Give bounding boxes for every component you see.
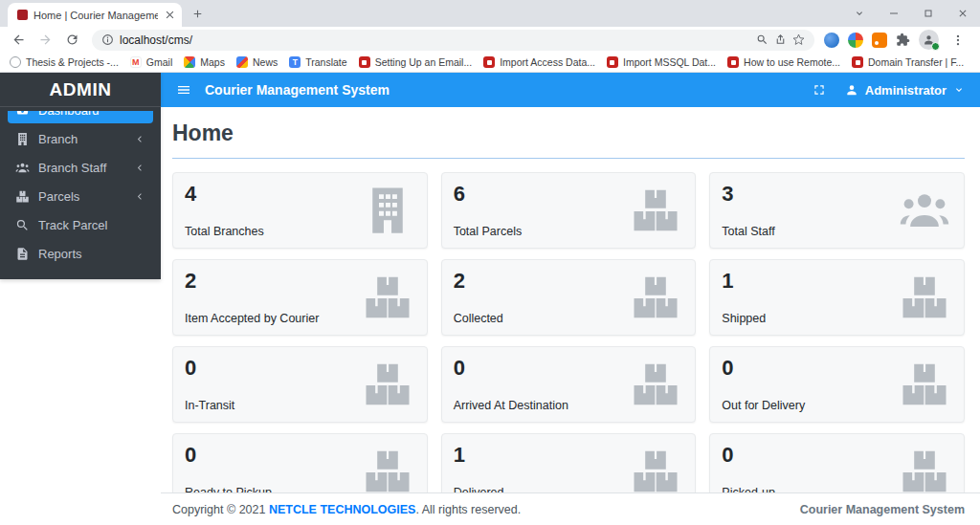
menu-toggle-icon[interactable] — [176, 82, 191, 98]
stat-card: 6 Total Parcels — [441, 172, 697, 249]
bookmark-item[interactable]: News — [236, 56, 278, 68]
boxes-icon — [899, 272, 950, 323]
red-icon — [852, 56, 863, 68]
forward-button[interactable] — [33, 29, 57, 52]
browser-menu-icon[interactable] — [947, 33, 969, 47]
user-label: Administrator — [865, 83, 947, 98]
stat-label: Arrived At Destination — [454, 399, 629, 412]
extensions-puzzle-icon[interactable] — [896, 33, 910, 47]
rss-extension-icon[interactable] — [872, 33, 887, 48]
browser-titlebar: Home | Courier Management Sy — [0, 0, 980, 27]
company-link[interactable]: NETCLE TECHNOLOGIES — [269, 503, 415, 516]
extension-colorful-icon[interactable] — [848, 33, 863, 48]
bookmark-item[interactable]: Thesis & Projects -... — [10, 56, 119, 68]
bookmark-item[interactable]: Maps — [184, 56, 225, 68]
stat-card: 3 Total Staff — [709, 172, 965, 249]
back-button[interactable] — [6, 29, 31, 52]
stat-value: 0 — [722, 443, 897, 467]
stat-value: 0 — [185, 443, 360, 467]
file-icon — [15, 247, 30, 261]
red-icon — [483, 56, 495, 68]
sidebar-item[interactable]: Parcels — [8, 184, 153, 209]
bookmark-label: Translate — [305, 56, 346, 68]
red-icon — [607, 56, 618, 68]
stat-card: 4 Total Branches — [172, 172, 428, 249]
copyright-suffix: . All rights reserved. — [415, 503, 521, 516]
translate-icon — [289, 56, 301, 68]
stat-label: Out for Delivery — [722, 399, 897, 412]
address-bar[interactable]: localhost/cms/ — [92, 30, 814, 51]
speedometer-icon — [15, 111, 30, 118]
fullscreen-icon[interactable] — [813, 83, 826, 97]
stat-value: 2 — [185, 269, 360, 293]
maximize-button[interactable] — [911, 0, 946, 27]
stat-card: 2 Collected — [441, 259, 697, 336]
bookmark-label: News — [253, 56, 278, 68]
profile-avatar[interactable] — [919, 30, 939, 50]
sidebar-item-label: Track Parcel — [38, 218, 107, 232]
stat-value: 6 — [454, 182, 629, 206]
close-window-button[interactable] — [946, 0, 980, 27]
bookmark-item[interactable]: Translate — [289, 56, 346, 68]
stat-value: 1 — [454, 443, 629, 467]
extensions-area — [822, 30, 974, 50]
bookmark-item[interactable]: Setting Up an Email... — [359, 56, 473, 68]
boxes-icon — [899, 359, 950, 410]
bookmark-item[interactable]: How to use Remote... — [727, 56, 840, 68]
sidebar-item[interactable]: Branch — [8, 126, 153, 152]
bookmark-star-icon[interactable] — [792, 33, 805, 46]
bookmark-label: Domain Transfer | F... — [868, 56, 964, 68]
sidebar-item-dashboard[interactable]: Dashboard — [8, 111, 153, 123]
globe-icon — [10, 56, 21, 68]
copyright-text: Copyright © 2021 NETCLE TECHNOLOGIES. Al… — [172, 503, 521, 516]
boxes-icon — [630, 359, 681, 410]
browser-tab[interactable]: Home | Courier Management Sy — [8, 3, 182, 27]
stat-label: Collected — [454, 312, 629, 325]
new-tab-button[interactable] — [186, 2, 209, 25]
sidebar-item-label: Branch — [38, 132, 78, 146]
tab-close-icon[interactable] — [164, 9, 176, 21]
site-info-icon[interactable] — [101, 33, 114, 46]
reload-button[interactable] — [59, 29, 84, 52]
url-text: localhost/cms/ — [120, 33, 192, 47]
chevron-left-icon — [135, 191, 145, 202]
bookmarks-bar: Thesis & Projects -... Gmail Maps News T… — [0, 53, 980, 73]
extension-blue-icon[interactable] — [824, 33, 839, 48]
stat-label: Total Parcels — [454, 225, 629, 238]
bookmark-item[interactable]: Domain Transfer | F... — [852, 56, 964, 68]
stat-label: Total Branches — [185, 225, 360, 238]
stat-label: Total Staff — [722, 225, 897, 238]
footer-right-text: Courier Management System — [800, 503, 965, 516]
stat-card: 2 Item Accepted by Courier — [172, 259, 428, 336]
stat-value: 3 — [722, 182, 897, 206]
sidebar-item[interactable]: Reports — [8, 241, 153, 267]
search-icon[interactable] — [756, 33, 768, 46]
boxes-icon — [899, 446, 950, 497]
bookmark-item[interactable]: Import MSSQL Dat... — [607, 56, 716, 68]
stat-label: In-Transit — [185, 399, 360, 412]
sidebar-item-label: Reports — [38, 247, 82, 261]
person-icon — [845, 83, 858, 97]
stat-value: 1 — [722, 269, 897, 293]
users-icon — [15, 161, 30, 175]
boxes-icon — [362, 359, 413, 410]
navbar-right: Administrator — [813, 83, 965, 98]
page-title: Home — [172, 120, 965, 146]
bookmark-item[interactable]: Import Access Data... — [483, 56, 595, 68]
minimize-button[interactable] — [877, 0, 911, 27]
tab-title: Home | Courier Management Sy — [33, 10, 158, 21]
user-menu[interactable]: Administrator — [845, 83, 965, 98]
sidebar-item[interactable]: Branch Staff — [8, 155, 153, 181]
sidebar-item[interactable]: Track Parcel — [8, 212, 153, 238]
bookmark-item[interactable]: Gmail — [130, 56, 172, 68]
sidebar-item-label: Dashboard — [38, 111, 100, 118]
stat-cards-grid: 4 Total Branches 6 Total Parcels 3 Total… — [172, 172, 965, 510]
boxes-icon — [630, 446, 681, 497]
share-icon[interactable] — [774, 33, 787, 46]
bookmark-label: How to use Remote... — [744, 56, 840, 68]
brand-title: ADMIN — [0, 73, 161, 107]
boxes-icon — [362, 272, 413, 323]
boxes-icon — [630, 272, 681, 323]
tab-search-icon[interactable] — [842, 0, 877, 27]
tab-favicon — [17, 10, 28, 20]
